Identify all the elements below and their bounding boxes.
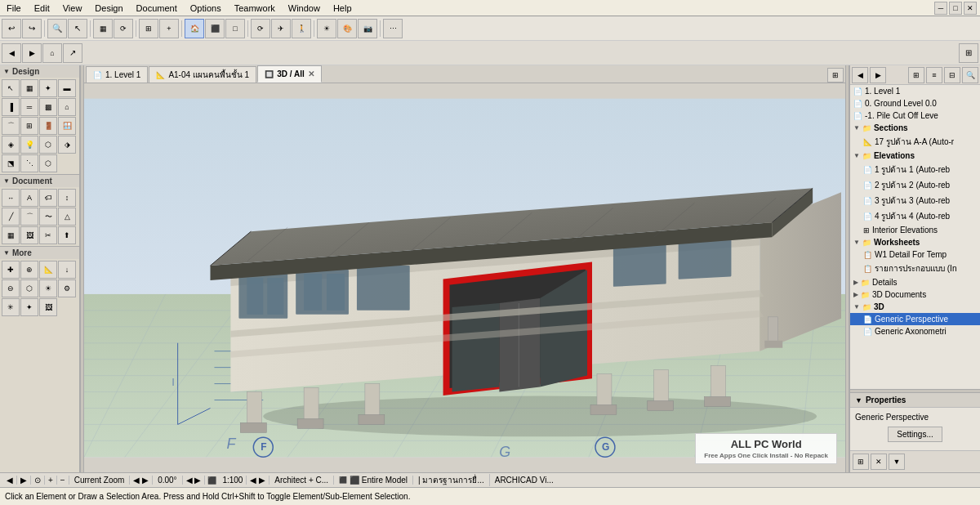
tool-level[interactable]: ↕ <box>58 189 76 207</box>
tree-item-ie[interactable]: ⊞ Interior Elevations <box>850 224 980 236</box>
tool-spline[interactable]: 〜 <box>39 208 57 226</box>
menubar-document[interactable]: Document <box>130 2 184 15</box>
rp-view3-btn[interactable]: ⊟ <box>944 67 960 83</box>
tool-ramp[interactable]: ⬔ <box>2 154 20 172</box>
tb2-home-btn[interactable]: ⌂ <box>42 43 62 63</box>
tb2-right-btn[interactable]: ⊞ <box>959 43 978 63</box>
tree-3ddocs-group[interactable]: ▶ 📁 3D Documents <box>850 288 980 301</box>
menubar-help[interactable]: Help <box>327 2 359 15</box>
prop-settings-btn[interactable]: Settings... <box>888 427 942 442</box>
tool-text[interactable]: A <box>20 189 38 207</box>
tool-arc[interactable]: ⌒ <box>20 208 38 226</box>
window-close-btn[interactable]: ✕ <box>964 2 977 15</box>
viewport[interactable]: F G <box>84 83 845 472</box>
tree-item-elev1[interactable]: 📄 1 รูปด้าน 1 (Auto-reb <box>850 162 980 177</box>
status-zoom-out[interactable]: − <box>57 476 69 485</box>
tree-elevations-group[interactable]: ▼ 📁 Elevations <box>850 150 980 162</box>
rp-bot-btn1[interactable]: ⊞ <box>853 454 869 470</box>
tool-arrow[interactable]: ↖ <box>2 79 20 97</box>
design-section-header[interactable]: ▼ Design <box>0 65 79 78</box>
tool-stair[interactable]: ⬗ <box>58 136 76 154</box>
tb-walk-btn[interactable]: 🚶 <box>292 19 311 38</box>
tool-img2[interactable]: 🖼 <box>39 298 57 316</box>
status-layer[interactable]: | มาตรฐานการยื่... <box>413 474 490 486</box>
tool-shell[interactable]: ⌒ <box>2 117 20 135</box>
window-minimize-btn[interactable]: ─ <box>934 2 947 15</box>
rp-bot-btn3[interactable]: ▼ <box>889 454 905 470</box>
tool-wall[interactable]: ▬ <box>58 79 76 97</box>
tool-poly[interactable]: △ <box>58 208 76 226</box>
tool-mesh[interactable]: ⋱ <box>20 154 38 172</box>
tool-elevation[interactable]: ⬆ <box>58 226 76 244</box>
tool-gravity[interactable]: ↓ <box>58 261 76 279</box>
tb-find-btn[interactable]: 🔍 <box>47 19 67 38</box>
status-architect[interactable]: Architect + C... <box>270 476 334 485</box>
tool-origin[interactable]: ⊕ <box>20 261 38 279</box>
tool-figure[interactable]: 🖼 <box>20 226 38 244</box>
tool-object[interactable]: ◈ <box>2 136 20 154</box>
menubar-design[interactable]: Design <box>88 2 129 15</box>
window-maximize-btn[interactable]: □ <box>949 2 962 15</box>
menubar-teamwork[interactable]: Teamwork <box>228 2 282 15</box>
tree-worksheets-group[interactable]: ▼ 📁 Worksheets <box>850 236 980 248</box>
status-zoom-back[interactable]: ◀ <box>3 476 17 485</box>
tool-line[interactable]: ╱ <box>2 208 20 226</box>
tree-details-group[interactable]: ▶ 📁 Details <box>850 276 980 288</box>
more-section-header[interactable]: ▼ More <box>0 247 79 259</box>
status-model[interactable]: ⬛ ⬛ Entire Model <box>334 476 413 485</box>
tool-label[interactable]: 🏷 <box>39 189 57 207</box>
tb-more-btn[interactable]: ⋯ <box>383 19 403 38</box>
tb2-nav-btn[interactable]: ↗ <box>63 43 82 63</box>
tool-select[interactable]: ▦ <box>20 79 38 97</box>
tool-morph[interactable]: ⬡ <box>39 154 57 172</box>
tool-solid[interactable]: ⊖ <box>2 279 20 297</box>
tb-fly-btn[interactable]: ✈ <box>271 19 291 38</box>
tb-redo-btn[interactable]: ↪ <box>22 19 42 38</box>
tree-item-ws1[interactable]: 📋 W1 Detail For Temp <box>850 248 980 261</box>
tb-select-btn[interactable]: ▦ <box>93 19 113 38</box>
tree-item-generic-persp[interactable]: 📄 Generic Perspective <box>850 313 980 325</box>
rp-fwd-btn[interactable]: ▶ <box>870 67 886 83</box>
tree-item-elev3[interactable]: 📄 3 รูปด้าน 3 (Auto-reb <box>850 193 980 208</box>
tool-roof[interactable]: ⌂ <box>58 98 76 116</box>
tb-snap-btn[interactable]: + <box>159 19 179 38</box>
tool-lamp[interactable]: 💡 <box>20 136 38 154</box>
tb-render-btn[interactable]: 📷 <box>358 19 377 38</box>
status-zoom-nav[interactable]: ◀ ▶ <box>130 476 153 485</box>
status-angle-nav[interactable]: ◀ ▶ <box>183 476 206 485</box>
tool-beam[interactable]: ═ <box>20 98 38 116</box>
rp-view4-btn[interactable]: 🔍 <box>962 67 978 83</box>
tb-undo-btn[interactable]: ↩ <box>2 19 21 38</box>
status-zoom-fit[interactable]: ⊙ <box>31 476 45 485</box>
tree-item-sec17[interactable]: 📐 17 รูปด้าน A-A (Auto-r <box>850 134 980 150</box>
tool-door[interactable]: 🚪 <box>39 117 57 135</box>
tb2-back-btn[interactable]: ◀ <box>2 43 21 63</box>
tree-item-elev4[interactable]: 📄 4 รูปด้าน 4 (Auto-reb <box>850 208 980 224</box>
menubar-file[interactable]: File <box>0 2 28 15</box>
status-appname[interactable]: ARCHICAD Vi... <box>490 476 559 485</box>
tb-3d-btn[interactable]: 🏠 <box>185 19 204 38</box>
status-scale-nav[interactable]: ◀ ▶ <box>247 476 270 485</box>
tab-3d[interactable]: 🔲 3D / All ✕ <box>257 65 322 83</box>
tab-level1[interactable]: 📄 1. Level 1 <box>86 66 148 83</box>
tb-mat-btn[interactable]: 🎨 <box>337 19 357 38</box>
tree-item-level1[interactable]: 📄 1. Level 1 <box>850 85 980 97</box>
tool-section[interactable]: ✂ <box>39 226 57 244</box>
tree-item-ws2[interactable]: 📋 รายการประกอบแบบ (In <box>850 261 980 276</box>
tool-spray[interactable]: ✳ <box>2 298 20 316</box>
tool-star[interactable]: ✦ <box>20 298 38 316</box>
tool-slab[interactable]: ▩ <box>39 98 57 116</box>
tab-3d-close-icon[interactable]: ✕ <box>308 69 314 78</box>
tool-morph2[interactable]: ⬡ <box>20 279 38 297</box>
tool-dimension[interactable]: ↔ <box>2 189 20 207</box>
tb-grid-btn[interactable]: ⊞ <box>139 19 158 38</box>
tree-item-elev2[interactable]: 📄 2 รูปด้าน 2 (Auto-reb <box>850 177 980 193</box>
tb-view-btn[interactable]: ⬛ <box>205 19 225 38</box>
tool-fill[interactable]: ▦ <box>2 226 20 244</box>
tool-param[interactable]: ⚙ <box>58 279 76 297</box>
menubar-edit[interactable]: Edit <box>28 2 56 15</box>
tree-3d-group[interactable]: ▼ 📁 3D <box>850 301 980 313</box>
rp-bot-btn2[interactable]: ✕ <box>871 454 887 470</box>
status-zoom-fwd[interactable]: ▶ <box>17 476 31 485</box>
tree-item-generic-axo[interactable]: 📄 Generic Axonometri <box>850 325 980 337</box>
